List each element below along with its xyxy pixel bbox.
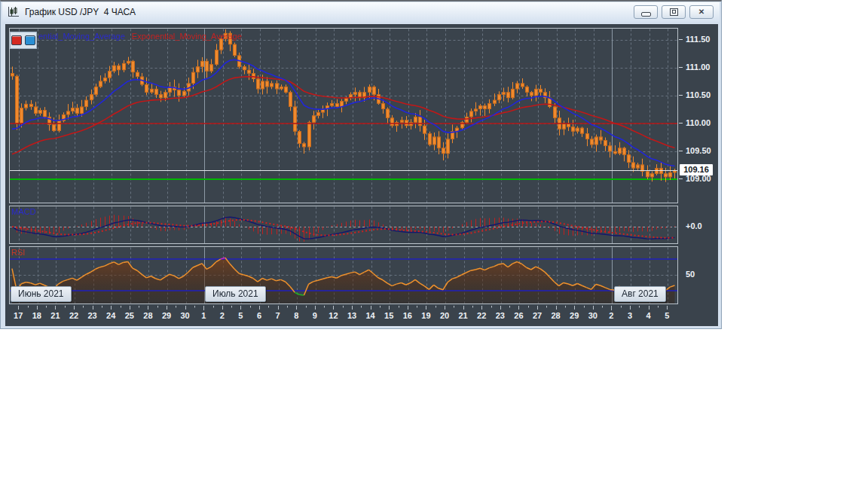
price-axis-label: 111.00 [679, 62, 710, 73]
minimize-icon [641, 12, 651, 17]
macd-chart-canvas[interactable] [10, 206, 677, 243]
time-axis-label: 5 [665, 311, 669, 320]
time-axis-label: 9 [313, 311, 317, 320]
time-axis-label: 29 [162, 311, 171, 320]
time-axis: 1718212223242528293012567891213141516192… [9, 306, 678, 325]
time-axis-label: 7 [276, 311, 280, 320]
macd-panel [9, 206, 678, 244]
rsi-label: RSI [11, 248, 25, 257]
time-axis-label: 2 [609, 311, 613, 320]
time-axis-label: 5 [238, 311, 243, 320]
price-axis-label: 110.50 [679, 90, 711, 101]
price-axis: 111.50111.00110.50110.00109.50109.00 109… [679, 24, 718, 326]
chart-window: График USD /JPY 4 ЧАСА ✕ ential_Moving_A… [0, 0, 722, 329]
time-axis-label: 25 [125, 311, 134, 320]
time-axis-label: 26 [514, 311, 523, 320]
time-axis-label: 23 [496, 311, 505, 320]
time-axis-label: 12 [329, 311, 338, 320]
indicator-button-blue[interactable] [25, 35, 35, 45]
rsi-panel [9, 246, 678, 304]
time-axis-label: 27 [533, 311, 542, 320]
time-axis-label: 28 [143, 311, 152, 320]
ema-red-legend-label: Exponential_Moving_Average [132, 32, 242, 41]
price-axis-label: 110.00 [679, 117, 711, 129]
time-axis-label: 1 [201, 311, 206, 320]
macd-label: MACD [11, 207, 35, 216]
time-axis-label: 2 [220, 311, 225, 320]
time-axis-label: 30 [181, 311, 190, 320]
price-axis-label: 111.50 [679, 34, 710, 45]
indicator-legend: ential_Moving_Average Exponential_Moving… [38, 32, 242, 41]
rsi-mid-label: 50 [686, 270, 695, 279]
chart-client-area: ential_Moving_Average Exponential_Moving… [5, 24, 718, 326]
rsi-chart-canvas[interactable] [10, 247, 677, 303]
close-button[interactable]: ✕ [689, 5, 714, 19]
window-title: График USD /JPY 4 ЧАСА [25, 7, 136, 17]
time-axis-label: 6 [257, 311, 261, 320]
title-bar[interactable]: График USD /JPY 4 ЧАСА ✕ [2, 2, 720, 22]
time-axis-label: 30 [588, 311, 598, 320]
restore-icon [670, 8, 678, 16]
main-chart-panel [9, 28, 678, 203]
macd-zero-label: +0.0 [686, 221, 702, 230]
time-axis-label: 14 [366, 311, 375, 320]
time-axis-label: 13 [347, 311, 356, 320]
time-axis-label: 15 [384, 311, 393, 320]
candlestick-chart-icon [7, 6, 20, 18]
time-axis-label: 16 [403, 311, 412, 320]
time-axis-label: 28 [552, 311, 561, 320]
time-axis-label: 4 [646, 311, 651, 320]
price-axis-label: 109.50 [679, 145, 711, 157]
minimize-button[interactable] [634, 5, 658, 19]
time-axis-label: 19 [421, 311, 430, 320]
time-axis-ticks [9, 306, 677, 310]
time-axis-label: 21 [459, 311, 468, 320]
month-marker-july: Июль 2021 [205, 286, 266, 302]
time-axis-label: 29 [570, 311, 579, 320]
time-axis-label: 18 [32, 311, 41, 320]
time-axis-label: 23 [88, 311, 97, 320]
restore-button[interactable] [662, 5, 686, 19]
time-axis-label: 22 [69, 311, 78, 320]
window-controls: ✕ [634, 5, 715, 19]
ema-blue-legend-label: ential_Moving_Average [38, 32, 125, 41]
time-axis-label: 3 [628, 311, 632, 320]
month-marker-august: Авг 2021 [614, 286, 666, 302]
time-axis-label: 17 [14, 311, 23, 320]
candlestick-chart-canvas[interactable] [10, 29, 677, 203]
time-axis-label: 20 [440, 311, 449, 320]
time-axis-label: 22 [477, 311, 486, 320]
close-icon: ✕ [698, 8, 704, 16]
time-axis-label: 24 [106, 311, 115, 320]
indicator-buttons [10, 32, 37, 49]
time-axis-label: 21 [50, 311, 60, 320]
time-axis-label: 8 [294, 311, 298, 320]
indicator-button-red[interactable] [11, 35, 22, 45]
month-marker-june: Июнь 2021 [11, 286, 72, 302]
current-price-box: 109.16 [680, 164, 713, 175]
